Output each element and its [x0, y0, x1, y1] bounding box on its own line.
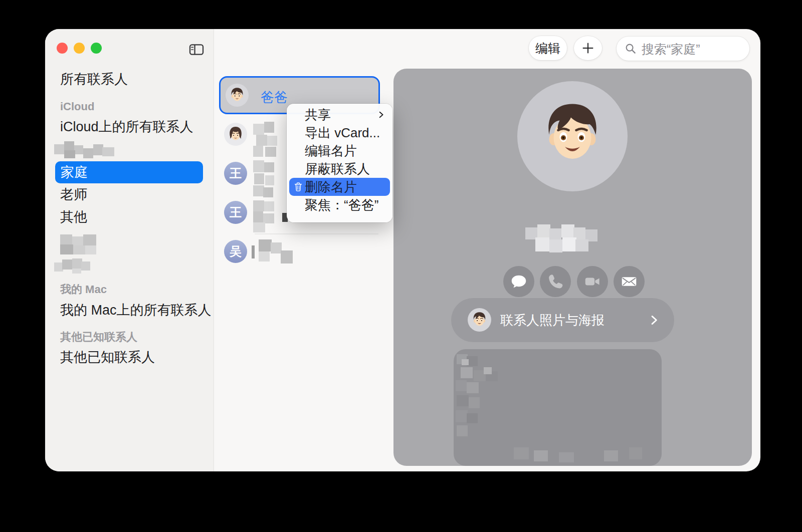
search-icon — [625, 43, 637, 55]
sidebar-toggle-icon — [189, 44, 204, 55]
detail-avatar — [517, 81, 628, 191]
submenu-chevron-icon — [378, 110, 384, 119]
redacted-contact-name — [253, 122, 288, 159]
list-separator — [255, 233, 378, 234]
boy-emoji-icon — [470, 311, 489, 329]
video-camera-icon — [584, 273, 601, 290]
contacts-window: 所有联系人 iCloud iCloud上的所有联系人 家庭 老师 其他 — [45, 29, 760, 471]
menu-item-edit-card[interactable]: 编辑名片 — [287, 142, 392, 160]
contact-avatar[interactable] — [224, 123, 247, 146]
chevron-right-icon — [649, 313, 659, 328]
sidebar-item-all-contacts[interactable]: 所有联系人 — [60, 72, 128, 86]
monogram-avatar[interactable]: 王 — [224, 201, 247, 224]
close-button[interactable] — [57, 43, 68, 54]
sidebar-item-family[interactable]: 家庭 — [55, 161, 203, 183]
redacted-contact-name — [253, 200, 284, 233]
sidebar: 所有联系人 iCloud iCloud上的所有联系人 家庭 老师 其他 — [45, 29, 214, 471]
redacted-sidebar-item — [54, 140, 114, 159]
edit-button[interactable]: 编辑 — [529, 36, 567, 60]
sidebar-item-family-label: 家庭 — [61, 161, 88, 183]
minimize-button[interactable] — [74, 43, 85, 54]
search-input[interactable] — [641, 37, 745, 62]
plus-icon — [581, 41, 595, 55]
context-menu: 共享 导出 vCard... 编辑名片 屏蔽联系人 删除名片 聚焦：“爸爸” — [287, 104, 392, 222]
mail-icon — [621, 273, 638, 290]
contact-detail-card: 联系人照片与海报 — [393, 69, 752, 466]
zoom-button[interactable] — [91, 43, 102, 54]
mail-button[interactable] — [614, 266, 645, 297]
monogram-avatar[interactable]: 吴 — [224, 240, 247, 263]
message-button[interactable] — [503, 266, 534, 297]
boy-emoji-icon — [228, 86, 246, 104]
contact-avatar — [226, 84, 249, 107]
sidebar-item-my-mac-all[interactable]: 我的 Mac上的所有联系人 — [60, 303, 212, 317]
redacted-contact-name — [253, 160, 283, 203]
monogram-avatar[interactable]: 王 — [224, 162, 247, 185]
redacted-detail-section — [454, 349, 662, 466]
menu-item-block-contact[interactable]: 屏蔽联系人 — [287, 160, 392, 178]
redacted-contact-name — [252, 239, 298, 268]
boy-emoji-icon — [535, 97, 610, 172]
sidebar-item-other-known[interactable]: 其他已知联系人 — [60, 350, 155, 364]
sidebar-item-other[interactable]: 其他 — [60, 210, 87, 224]
sidebar-item-icloud-all[interactable]: iCloud上的所有联系人 — [60, 120, 193, 134]
phone-icon — [547, 273, 564, 290]
add-contact-button[interactable] — [574, 36, 602, 60]
sidebar-section-other-known: 其他已知联系人 — [60, 331, 137, 343]
sidebar-section-icloud: iCloud — [60, 101, 94, 113]
call-button[interactable] — [540, 266, 571, 297]
sidebar-toggle-button[interactable] — [189, 44, 204, 55]
menu-item-delete-card[interactable]: 删除名片 — [289, 178, 390, 196]
redacted-sidebar-item — [60, 234, 108, 255]
contact-name: 爸爸 — [261, 88, 288, 106]
sidebar-item-teacher[interactable]: 老师 — [60, 187, 87, 201]
search-field[interactable] — [617, 37, 749, 61]
redacted-detail-name — [525, 224, 599, 254]
photo-poster-label: 联系人照片与海报 — [500, 298, 605, 342]
menu-item-share-label: 共享 — [305, 107, 331, 122]
menu-item-spotlight[interactable]: 聚焦：“爸爸” — [287, 196, 392, 214]
redacted-sidebar-item — [54, 258, 92, 275]
photo-poster-avatar — [468, 308, 491, 332]
sidebar-section-my-mac: 我的 Mac — [60, 284, 107, 296]
menu-item-delete-card-label: 删除名片 — [305, 179, 357, 194]
message-icon — [510, 273, 527, 290]
girl-emoji-icon — [227, 125, 245, 143]
photo-poster-row[interactable]: 联系人照片与海报 — [451, 298, 674, 342]
trash-icon — [294, 181, 303, 192]
menu-item-share[interactable]: 共享 — [287, 106, 392, 124]
menu-item-export-vcard[interactable]: 导出 vCard... — [287, 124, 392, 142]
video-button[interactable] — [577, 266, 608, 297]
